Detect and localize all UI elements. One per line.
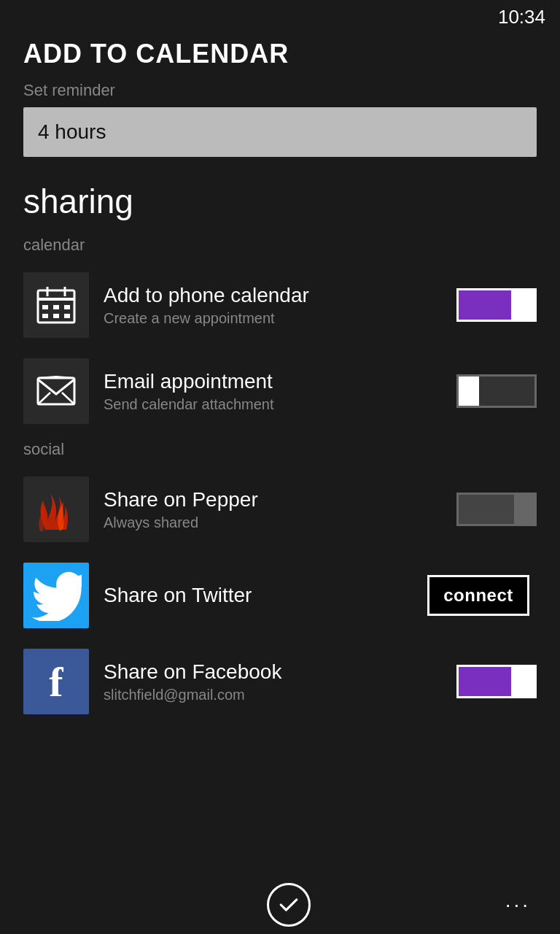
share-on-facebook-text: Share on Facebook slitchfield@gmail.com [104,660,456,703]
pepper-icon [23,476,89,542]
reminder-value: 4 hours [38,120,106,143]
share-on-twitter-title: Share on Twitter [104,584,427,607]
more-options-button[interactable]: ··· [505,893,531,916]
add-to-phone-calendar-text: Add to phone calendar Create a new appoi… [104,284,456,327]
share-on-pepper-title: Share on Pepper [104,488,456,512]
reminder-dropdown[interactable]: 4 hours [23,107,537,157]
add-to-phone-calendar-item[interactable]: Add to phone calendar Create a new appoi… [0,262,560,348]
email-appointment-item[interactable]: Email appointment Send calendar attachme… [0,348,560,434]
sharing-header: sharing [0,174,560,236]
share-on-facebook-title: Share on Facebook [104,660,456,684]
email-appointment-text: Email appointment Send calendar attachme… [104,370,456,413]
bottom-bar: ··· [0,876,560,934]
share-on-facebook-toggle[interactable] [456,663,537,700]
status-time: 10:34 [498,6,545,28]
email-appointment-title: Email appointment [104,370,456,393]
share-on-pepper-text: Share on Pepper Always shared [104,488,456,531]
share-on-twitter-item[interactable]: Share on Twitter connect [0,552,560,638]
calendar-icon [23,272,89,338]
page-title: ADD TO CALENDAR [0,31,560,81]
add-to-phone-calendar-subtitle: Create a new appointment [104,310,456,327]
svg-rect-9 [64,314,70,318]
svg-rect-6 [64,305,70,309]
status-bar: 10:34 [0,0,560,31]
share-on-pepper-item[interactable]: Share on Pepper Always shared [0,466,560,552]
share-on-facebook-subtitle: slitchfield@gmail.com [104,687,456,703]
svg-rect-4 [42,305,48,309]
confirm-button[interactable] [267,883,311,927]
facebook-icon: f [23,649,89,714]
social-section-label: social [0,440,560,466]
share-on-twitter-text: Share on Twitter [104,584,427,607]
svg-rect-5 [53,305,59,309]
add-to-phone-calendar-title: Add to phone calendar [104,284,456,307]
connect-button[interactable]: connect [427,575,529,616]
share-on-pepper-subtitle: Always shared [104,514,456,531]
twitter-icon [23,563,89,628]
svg-rect-1 [38,298,74,301]
email-icon [23,358,89,424]
share-on-pepper-toggle[interactable] [456,491,537,528]
svg-rect-8 [53,314,59,318]
share-on-facebook-item[interactable]: f Share on Facebook slitchfield@gmail.co… [0,638,560,725]
calendar-section-label: calendar [0,236,560,262]
add-to-phone-calendar-toggle[interactable] [456,287,537,323]
reminder-label: Set reminder [0,81,560,107]
share-on-twitter-connect[interactable]: connect [427,577,537,614]
svg-rect-7 [42,314,48,318]
email-appointment-toggle[interactable] [456,373,537,409]
email-appointment-subtitle: Send calendar attachment [104,396,456,413]
